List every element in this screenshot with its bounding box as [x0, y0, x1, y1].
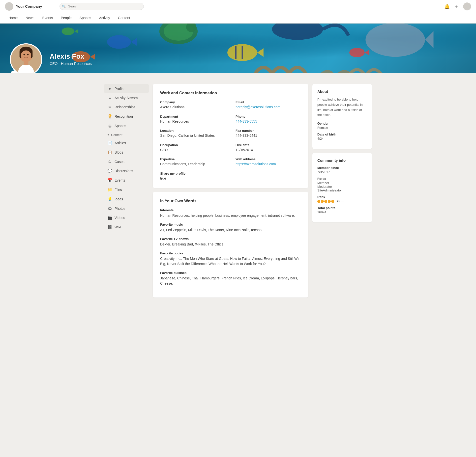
- sidebar-item-spaces[interactable]: ◎ Spaces: [104, 121, 149, 131]
- member-since-field: Member since 7/3/2017: [317, 166, 367, 174]
- add-icon[interactable]: ＋: [454, 3, 459, 9]
- about-card: About I'm excited to be able to help peo…: [312, 84, 372, 149]
- recognition-icon: 🏆: [108, 114, 112, 119]
- sidebar-item-wiki[interactable]: 📓 Wiki: [104, 222, 149, 232]
- tv-shows-field: Favorite TV shows Dexter, Breaking Bad, …: [160, 237, 301, 247]
- web-field: Web address https://axerosolutions.com: [236, 157, 301, 167]
- sidebar-item-articles[interactable]: 📄 Articles: [104, 138, 149, 148]
- nav-events[interactable]: Events: [39, 13, 56, 23]
- in-your-own-words-card: In Your Own Words Interests Human Resour…: [153, 192, 308, 297]
- company-field: Company Axero Solutions: [160, 100, 226, 110]
- logo-icon: [5, 2, 13, 11]
- sidebar-item-discussions[interactable]: 💬 Discussions: [104, 166, 149, 176]
- rank-field: Rank Guru: [317, 195, 367, 203]
- ideas-icon: 💡: [108, 197, 112, 201]
- star-5: [331, 200, 334, 203]
- star-1: [317, 200, 320, 203]
- music-field: Favorite music Air, Led Zeppelin, Miles …: [160, 223, 301, 233]
- sidebar-item-relationships[interactable]: ⚙ Relationships: [104, 102, 149, 112]
- profile-name: Alexis Fox: [50, 53, 471, 60]
- search-icon: 🔍: [62, 5, 66, 8]
- sidebar-item-profile[interactable]: ● Profile: [104, 84, 149, 93]
- star-4: [328, 200, 331, 203]
- banner-overlay: Alexis Fox CEO - Human Resources: [0, 48, 476, 73]
- nav-activity[interactable]: Activity: [95, 13, 113, 23]
- expertise-field: Expertise Communications, Leadership: [160, 157, 226, 167]
- svg-point-10: [107, 35, 131, 49]
- svg-marker-17: [74, 29, 78, 33]
- share-profile-field: Share my profile true: [160, 172, 226, 181]
- interests-field: Interests Human Resources, helping peopl…: [160, 208, 301, 218]
- nav-right: 🔔 ＋: [444, 2, 471, 10]
- sidebar-item-recognition[interactable]: 🏆 Recognition: [104, 112, 149, 121]
- about-bio: I'm excited to be able to help people ac…: [317, 97, 367, 118]
- right-panel: About I'm excited to be able to help peo…: [312, 84, 372, 297]
- phone-link[interactable]: 444-333-5555: [236, 119, 301, 124]
- hire-date-field: Hire date 12/16/2014: [236, 143, 301, 153]
- department-field: Department Human Resources: [160, 115, 226, 124]
- files-icon: 📁: [108, 188, 112, 192]
- star-2: [321, 200, 324, 203]
- sidebar-item-files[interactable]: 📁 Files: [104, 185, 149, 194]
- cuisines-field: Favorite cuisines Japanese, Chinese, Tha…: [160, 271, 301, 286]
- svg-point-3: [272, 24, 323, 40]
- svg-marker-11: [131, 38, 137, 46]
- cases-icon: 🗂: [108, 160, 112, 164]
- sidebar-item-activity-stream[interactable]: ≡ Activity Stream: [104, 93, 149, 102]
- nav-people[interactable]: People: [57, 13, 75, 23]
- logo-text: Your Company: [16, 4, 42, 8]
- sidebar-item-ideas[interactable]: 💡 Ideas: [104, 194, 149, 204]
- rank-stars: [317, 200, 334, 203]
- main-navigation: Home News Events People Spaces Activity …: [0, 13, 476, 24]
- email-link[interactable]: noreply@axerosolutions.com: [236, 105, 301, 110]
- top-navigation: Your Company 🔍 🔔 ＋: [0, 0, 476, 13]
- web-link[interactable]: https://axerosolutions.com: [236, 162, 301, 167]
- profile-icon: ●: [108, 86, 112, 91]
- nav-news[interactable]: News: [22, 13, 38, 23]
- articles-icon: 📄: [108, 141, 112, 145]
- nav-home[interactable]: Home: [5, 13, 21, 23]
- videos-icon: 🎬: [108, 215, 112, 220]
- iyow-title: In Your Own Words: [160, 199, 301, 203]
- books-field: Favorite books Creativity Inc., The Men …: [160, 251, 301, 267]
- chevron-down-icon: ▾: [108, 133, 109, 136]
- work-contact-title: Work and Contact Information: [160, 91, 301, 95]
- profile-title: CEO - Human Resources: [50, 61, 471, 66]
- discussions-icon: 💬: [108, 169, 112, 173]
- activity-icon: ≡: [108, 96, 112, 100]
- info-grid: Company Axero Solutions Email noreply@ax…: [160, 100, 301, 181]
- sidebar-item-cases[interactable]: 🗂 Cases: [104, 157, 149, 166]
- sidebar-item-events[interactable]: 📅 Events: [104, 176, 149, 185]
- occupation-field: Occupation CEO: [160, 143, 226, 153]
- page-body: ● Profile ≡ Activity Stream ⚙ Relationsh…: [99, 79, 377, 302]
- events-icon: 📅: [108, 178, 112, 183]
- nav-content[interactable]: Content: [115, 13, 134, 23]
- svg-marker-5: [425, 31, 433, 48]
- search-bar: 🔍: [60, 3, 144, 10]
- user-avatar[interactable]: [463, 2, 471, 10]
- nav-spaces[interactable]: Spaces: [76, 13, 95, 23]
- profile-banner: 📷 Alexis Fox CEO - Human Resources: [0, 24, 476, 73]
- total-points-field: Total points 16994: [317, 206, 367, 214]
- gender-field: Gender Female: [317, 122, 367, 130]
- phone-field: Phone 444-333-5555: [236, 115, 301, 124]
- blogs-icon: 📋: [108, 150, 112, 155]
- notification-icon[interactable]: 🔔: [444, 4, 450, 9]
- main-content: Work and Contact Information Company Axe…: [153, 84, 308, 297]
- svg-point-16: [62, 27, 74, 35]
- dob-field: Date of birth 4/24: [317, 133, 367, 140]
- email-field: Email noreply@axerosolutions.com: [236, 100, 301, 110]
- location-field: Location San Diego, California United St…: [160, 129, 226, 138]
- wiki-icon: 📓: [108, 225, 112, 229]
- relationships-icon: ⚙: [108, 105, 112, 109]
- roles-field: Roles Member Moderator SiteAdministrator: [317, 177, 367, 192]
- search-input[interactable]: [60, 3, 144, 10]
- logo-area[interactable]: Your Company: [5, 2, 55, 11]
- sidebar-item-blogs[interactable]: 📋 Blogs: [104, 148, 149, 157]
- photos-icon: 🖼: [108, 206, 112, 211]
- sidebar-item-videos[interactable]: 🎬 Videos: [104, 213, 149, 222]
- star-3: [324, 200, 327, 203]
- content-section-toggle[interactable]: ▾ Content: [104, 131, 149, 138]
- sidebar-item-photos[interactable]: 🖼 Photos: [104, 204, 149, 213]
- sidebar: ● Profile ≡ Activity Stream ⚙ Relationsh…: [104, 84, 149, 297]
